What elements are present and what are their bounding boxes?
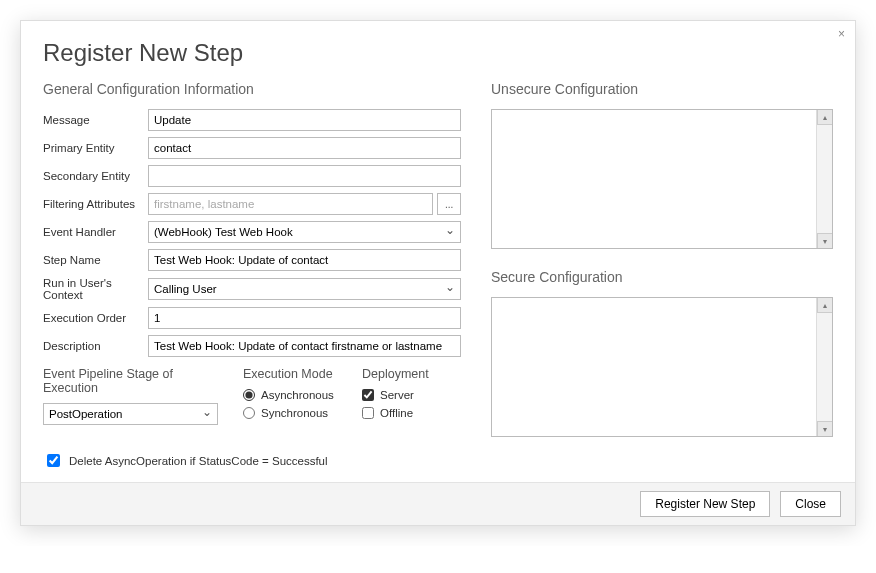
filtering-attributes-label: Filtering Attributes <box>43 198 148 210</box>
async-radio[interactable] <box>243 389 255 401</box>
primary-entity-label: Primary Entity <box>43 142 148 154</box>
async-label: Asynchronous <box>261 389 334 401</box>
unsecure-config-heading: Unsecure Configuration <box>491 81 833 97</box>
dialog-footer: Register New Step Close <box>21 482 855 525</box>
scrollbar[interactable]: ▴ ▾ <box>816 110 832 248</box>
sync-radio-row[interactable]: Synchronous <box>243 407 342 419</box>
run-context-select[interactable] <box>148 278 461 300</box>
scroll-down-icon[interactable]: ▾ <box>817 421 832 436</box>
general-config-heading: General Configuration Information <box>43 81 461 97</box>
description-input[interactable] <box>148 335 461 357</box>
scroll-up-icon[interactable]: ▴ <box>817 110 832 125</box>
offline-check-row[interactable]: Offline <box>362 407 461 419</box>
event-handler-select[interactable] <box>148 221 461 243</box>
pipeline-stage-heading: Event Pipeline Stage of Execution <box>43 367 223 395</box>
dialog-title: Register New Step <box>43 39 833 67</box>
execution-order-input[interactable] <box>148 307 461 329</box>
register-new-step-button[interactable]: Register New Step <box>640 491 770 517</box>
unsecure-config-textarea[interactable]: ▴ ▾ <box>491 109 833 249</box>
register-step-dialog: × Register New Step General Configuratio… <box>20 20 856 526</box>
server-check-row[interactable]: Server <box>362 389 461 401</box>
secondary-entity-input[interactable] <box>148 165 461 187</box>
scroll-up-icon[interactable]: ▴ <box>817 298 832 313</box>
secure-config-heading: Secure Configuration <box>491 269 833 285</box>
delete-async-label: Delete AsyncOperation if StatusCode = Su… <box>69 455 328 467</box>
async-radio-row[interactable]: Asynchronous <box>243 389 342 401</box>
execution-mode-heading: Execution Mode <box>243 367 342 381</box>
pipeline-stage-select[interactable] <box>43 403 218 425</box>
server-checkbox[interactable] <box>362 389 374 401</box>
secure-config-textarea[interactable]: ▴ ▾ <box>491 297 833 437</box>
message-label: Message <box>43 114 148 126</box>
delete-async-row[interactable]: Delete AsyncOperation if StatusCode = Su… <box>43 451 461 470</box>
sync-label: Synchronous <box>261 407 328 419</box>
message-input[interactable] <box>148 109 461 131</box>
description-label: Description <box>43 340 148 352</box>
filtering-attributes-picker-button[interactable]: ... <box>437 193 461 215</box>
step-name-input[interactable] <box>148 249 461 271</box>
event-handler-label: Event Handler <box>43 226 148 238</box>
close-button[interactable]: Close <box>780 491 841 517</box>
delete-async-checkbox[interactable] <box>47 454 60 467</box>
secondary-entity-label: Secondary Entity <box>43 170 148 182</box>
deployment-heading: Deployment <box>362 367 461 381</box>
sync-radio[interactable] <box>243 407 255 419</box>
execution-order-label: Execution Order <box>43 312 148 324</box>
scrollbar[interactable]: ▴ ▾ <box>816 298 832 436</box>
run-context-label: Run in User's Context <box>43 277 148 301</box>
server-label: Server <box>380 389 414 401</box>
scroll-down-icon[interactable]: ▾ <box>817 233 832 248</box>
step-name-label: Step Name <box>43 254 148 266</box>
primary-entity-input[interactable] <box>148 137 461 159</box>
offline-label: Offline <box>380 407 413 419</box>
close-icon[interactable]: × <box>838 27 845 41</box>
filtering-attributes-input[interactable] <box>148 193 433 215</box>
offline-checkbox[interactable] <box>362 407 374 419</box>
